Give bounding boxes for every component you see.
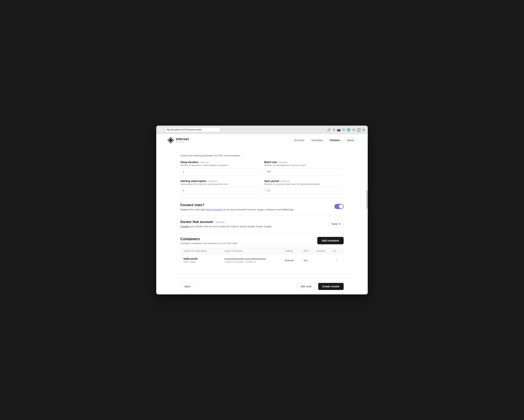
rate-limiting-section: Control rate limiting parameters for RPC…: [180, 147, 344, 199]
containers-section: Containers Configure containers and serv…: [180, 232, 344, 271]
main-content: Control rate limiting parameters for RPC…: [169, 147, 355, 278]
chevron-down-icon: ▾: [339, 222, 341, 225]
right-footer-buttons: Add node Create cluster: [296, 283, 344, 290]
starting-subscription-label: Starting subscription Optional: [180, 180, 260, 183]
row-image-cmd: --bind=0.0.0.0:3000 --workers=2: [224, 261, 285, 263]
forward-stats-left: Forward stats? Register this node with I…: [180, 203, 334, 211]
starting-subscription-desc: Subscription ID to start the syncing pro…: [180, 183, 260, 185]
add-node-button[interactable]: Add node: [296, 283, 316, 290]
sync-period-label: Sync period Optional: [264, 180, 344, 183]
sync-period-input[interactable]: [264, 187, 344, 194]
infernet-explorer-link[interactable]: Infernet Explorer: [205, 208, 223, 211]
mail-icon[interactable]: ✉: [342, 128, 345, 131]
link-icon[interactable]: 🔗: [327, 128, 331, 131]
th-service-id: Service ID / Description: [183, 250, 224, 252]
forward-stats-title: Forward stats?: [180, 203, 334, 207]
docker-hub-dropdown[interactable]: None ▾: [328, 221, 344, 227]
docker-hub-left: Docker Hub account Optional Connect your…: [180, 220, 328, 228]
download-icon[interactable]: ⬇: [333, 128, 335, 131]
back-button[interactable]: Back: [180, 283, 195, 290]
sleep-duration-label: Sleep duration Optional: [180, 161, 260, 164]
docker-hub-connect-link[interactable]: Connect: [180, 225, 189, 228]
containers-header: Containers Configure containers and serv…: [180, 237, 344, 245]
row-image-name: ritualnetwork/hello-world-infernet:lates…: [224, 257, 285, 260]
browser-info-icon: i: [159, 128, 162, 131]
table-header: Service ID / Description Image / Command…: [181, 248, 343, 254]
table-row: hello-world Hello, world! ritualnetwork/…: [181, 254, 343, 266]
logo-icon: [167, 137, 174, 144]
nav-header: Infernet CLOUD Accounts Templates Cluste…: [156, 134, 368, 147]
browser-url-bar[interactable]: http://localhost:4173/clusters/create: [164, 127, 220, 132]
batch-size-input[interactable]: [264, 168, 344, 175]
sync-icon[interactable]: 🔄: [357, 128, 360, 131]
camera-icon[interactable]: 📷: [337, 128, 341, 131]
forward-stats-desc: Register this node with Infernet Explore…: [180, 208, 334, 211]
th-gpu: GPU?: [303, 250, 316, 252]
row-gpu: Yes: [303, 259, 316, 262]
row-image-cell: ritualnetwork/hello-world-infernet:lates…: [224, 257, 285, 263]
footer-actions: Back Add node Create cluster: [169, 278, 355, 294]
grid-icon[interactable]: ⊞: [362, 128, 365, 131]
rate-limiting-grid: Sleep duration Optional Number of second…: [180, 161, 344, 194]
nav-links: Accounts Templates Clusters Darryl: [291, 138, 357, 143]
row-actions-menu[interactable]: ⋮: [333, 258, 341, 262]
scrollbar-track: [366, 134, 368, 294]
starting-subscription-input[interactable]: [180, 187, 260, 194]
svg-marker-1: [169, 138, 173, 142]
th-image: Image / Command: [224, 250, 285, 252]
browser-actions: 🔗 ⬇ 📷 ✉ 🌐 ⚙ 🔄 ⊞: [327, 128, 365, 131]
scrollbar-thumb[interactable]: [366, 190, 368, 209]
docker-hub-title: Docker Hub account Optional: [180, 220, 328, 224]
forward-stats-section: Forward stats? Register this node with I…: [180, 199, 344, 216]
batch-size-label: Batch size Optional: [264, 161, 344, 164]
containers-table: Service ID / Description Image / Command…: [180, 248, 344, 266]
globe-icon[interactable]: 🌐: [347, 128, 350, 131]
create-cluster-button[interactable]: Create cluster: [318, 283, 344, 290]
docker-hub-section: Docker Hub account Optional Connect your…: [180, 216, 344, 232]
sleep-duration-field: Sleep duration Optional Number of second…: [180, 161, 260, 175]
add-container-button[interactable]: Add container: [317, 237, 344, 244]
batch-size-desc: Number of subscriptions to sync per batc…: [264, 164, 344, 166]
nav-templates[interactable]: Templates: [309, 138, 326, 143]
sleep-duration-input[interactable]: [180, 168, 260, 175]
nav-accounts[interactable]: Accounts: [291, 138, 307, 143]
th-visibility: Visibility: [285, 250, 303, 252]
logo-text: Infernet CLOUD: [176, 137, 189, 143]
row-visibility: External: [285, 259, 303, 262]
row-service-desc: Hello, world!: [183, 261, 224, 263]
row-firewall: -: [316, 259, 333, 262]
th-firewall: Firewall?: [316, 250, 333, 252]
logo-area: Infernet CLOUD: [167, 137, 189, 144]
containers-desc: Configure containers and services to run…: [180, 242, 238, 245]
sleep-duration-desc: Number of seconds to sleep between snaps…: [180, 164, 260, 166]
docker-hub-desc: Connect your Docker Hub account to allow…: [180, 225, 328, 228]
nav-user[interactable]: Darryl: [344, 138, 357, 143]
forward-stats-toggle[interactable]: [334, 204, 344, 209]
th-extra: Em: [333, 250, 341, 252]
nav-clusters[interactable]: Clusters: [327, 138, 343, 143]
batch-size-field: Batch size Optional Number of subscripti…: [264, 161, 344, 175]
containers-title: Containers: [180, 237, 238, 241]
row-service-id-cell: hello-world Hello, world!: [183, 257, 224, 263]
rate-limiting-header: Control rate limiting parameters for RPC…: [180, 151, 344, 157]
sync-period-field: Sync period Optional Number of seconds t…: [264, 180, 344, 194]
starting-subscription-field: Starting subscription Optional Subscript…: [180, 180, 260, 194]
containers-title-block: Containers Configure containers and serv…: [180, 237, 238, 245]
row-service-id: hello-world: [183, 257, 224, 260]
sync-period-desc: Number of seconds to poll chain for bloc…: [264, 183, 344, 185]
extension-icon[interactable]: ⚙: [352, 128, 355, 131]
